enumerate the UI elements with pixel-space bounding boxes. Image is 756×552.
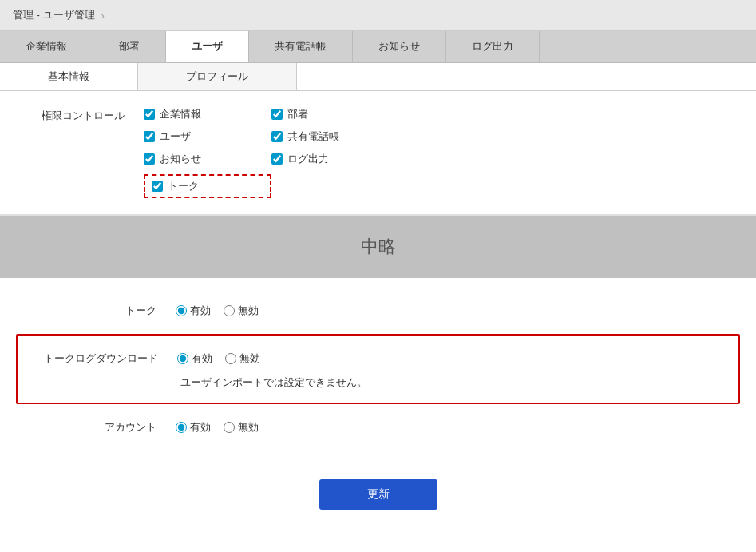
checkbox-user-input[interactable] (144, 131, 155, 142)
checkbox-department-label: 部署 (287, 107, 308, 121)
talk-log-label: トークログダウンロード (34, 351, 177, 366)
checkbox-log-output-label: ログ出力 (287, 152, 329, 166)
checkbox-talk[interactable]: トーク (144, 174, 271, 198)
talk-disabled-label: 無効 (238, 304, 259, 318)
checkbox-notification[interactable]: お知らせ (144, 152, 271, 166)
settings-section: トーク 有効 無効 トークログダウンロード (0, 278, 756, 460)
talk-log-radio-group: 有効 無効 (177, 351, 260, 366)
checkbox-department-input[interactable] (271, 109, 283, 120)
omission-banner: 中略 (0, 216, 756, 278)
talk-radio-group: 有効 無効 (176, 304, 259, 318)
tab-notification[interactable]: お知らせ (353, 31, 446, 62)
tab-user[interactable]: ユーザ (166, 31, 249, 62)
checkbox-shared-phonebook-input[interactable] (271, 131, 283, 142)
checkbox-notification-input[interactable] (144, 153, 155, 165)
sub-tab-profile[interactable]: プロフィール (138, 63, 297, 90)
talk-label: トーク (16, 304, 176, 318)
tab-log-output[interactable]: ログ出力 (446, 31, 540, 62)
talk-log-disabled-label: 無効 (239, 351, 260, 366)
checkbox-company-info[interactable]: 企業情報 (144, 107, 271, 121)
top-tabs: 企業情報 部署 ユーザ 共有電話帳 お知らせ ログ出力 (0, 31, 756, 63)
main-content: 基本情報 プロフィール 権限コントロール 企業情報 ユーザ (0, 63, 756, 552)
account-enabled[interactable]: 有効 (176, 420, 211, 435)
checkbox-company-info-label: 企業情報 (160, 107, 201, 121)
permission-section: 権限コントロール 企業情報 ユーザ お知らせ (0, 91, 756, 216)
permission-checkboxes: 企業情報 ユーザ お知らせ トーク (144, 107, 399, 198)
account-radio-group: 有効 無効 (176, 420, 259, 435)
tab-department[interactable]: 部署 (93, 31, 166, 62)
checkbox-user-label: ユーザ (160, 129, 191, 144)
talk-log-enabled-radio[interactable] (177, 353, 188, 364)
account-disabled[interactable]: 無効 (224, 420, 259, 435)
talk-disabled-radio[interactable] (224, 305, 235, 316)
checkbox-notification-label: お知らせ (160, 152, 201, 166)
account-enabled-label: 有効 (190, 420, 211, 435)
breadcrumb: 管理 - ユーザ管理 › (0, 0, 756, 31)
talk-log-note: ユーザインポートでは設定できません。 (177, 375, 722, 390)
sub-tab-basic-info[interactable]: 基本情報 (0, 63, 138, 90)
page-wrapper: 管理 - ユーザ管理 › 企業情報 部署 ユーザ 共有電話帳 お知らせ ログ出力… (0, 0, 756, 552)
tab-shared-phonebook[interactable]: 共有電話帳 (249, 31, 353, 62)
permission-row: 権限コントロール 企業情報 ユーザ お知らせ (0, 107, 756, 198)
breadcrumb-text: 管理 - ユーザ管理 (13, 8, 95, 22)
checkbox-talk-input[interactable] (152, 181, 163, 192)
checkbox-company-info-input[interactable] (144, 109, 155, 120)
talk-settings-row: トーク 有効 無効 (0, 294, 756, 328)
button-row: 更新 (0, 460, 756, 529)
omission-text: 中略 (361, 236, 396, 256)
talk-disabled[interactable]: 無効 (224, 304, 259, 318)
talk-log-disabled[interactable]: 無効 (225, 351, 260, 366)
checkbox-log-output-input[interactable] (271, 153, 283, 165)
checkbox-user[interactable]: ユーザ (144, 129, 271, 144)
account-enabled-radio[interactable] (176, 422, 187, 433)
breadcrumb-arrow: › (101, 10, 105, 22)
talk-log-disabled-radio[interactable] (225, 353, 236, 364)
talk-enabled-label: 有効 (190, 304, 211, 318)
checkbox-col-left: 企業情報 ユーザ お知らせ トーク (144, 107, 271, 198)
talk-log-enabled-label: 有効 (192, 351, 212, 366)
account-label: アカウント (16, 420, 176, 435)
account-disabled-radio[interactable] (224, 422, 235, 433)
checkbox-col-right: 部署 共有電話帳 ログ出力 (271, 107, 399, 198)
update-button[interactable]: 更新 (319, 479, 437, 510)
permission-label: 権限コントロール (16, 107, 144, 123)
account-settings-row: アカウント 有効 無効 (0, 411, 756, 444)
checkbox-talk-label: トーク (168, 179, 199, 193)
checkbox-department[interactable]: 部署 (271, 107, 399, 121)
sub-tabs: 基本情報 プロフィール (0, 63, 756, 91)
checkbox-log-output[interactable]: ログ出力 (271, 152, 399, 166)
talk-enabled-radio[interactable] (176, 305, 187, 316)
checkbox-shared-phonebook[interactable]: 共有電話帳 (271, 129, 399, 144)
tab-company-info[interactable]: 企業情報 (0, 31, 93, 62)
talk-log-download-section: トークログダウンロード 有効 無効 ユーザインポートでは設定できません。 (16, 334, 740, 404)
account-disabled-label: 無効 (238, 420, 259, 435)
talk-log-enabled[interactable]: 有効 (177, 351, 212, 366)
talk-enabled[interactable]: 有効 (176, 304, 211, 318)
talk-log-settings-row: トークログダウンロード 有効 無効 (34, 348, 722, 369)
checkbox-shared-phonebook-label: 共有電話帳 (287, 129, 339, 144)
